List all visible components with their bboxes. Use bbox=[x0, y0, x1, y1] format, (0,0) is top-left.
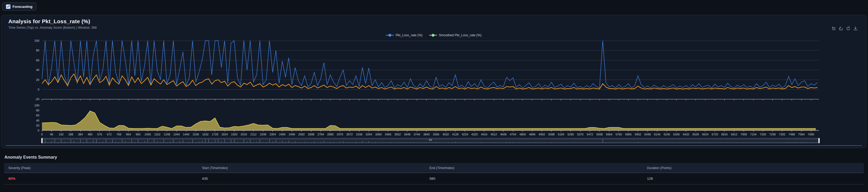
svg-text:6432: 6432 bbox=[683, 133, 689, 136]
svg-text:5856: 5856 bbox=[625, 133, 631, 136]
svg-text:0: 0 bbox=[38, 129, 39, 132]
svg-text:1440: 1440 bbox=[183, 133, 189, 136]
svg-text:3456: 3456 bbox=[385, 133, 391, 136]
svg-text:1632: 1632 bbox=[202, 133, 209, 136]
forecasting-button[interactable]: Forecasting bbox=[2, 2, 36, 11]
analysis-panel: Analysis for Pkt_Loss_rate (%) Time Seri… bbox=[1, 15, 866, 148]
svg-text:1728: 1728 bbox=[212, 133, 218, 136]
svg-text:2880: 2880 bbox=[327, 133, 333, 136]
svg-text:4416: 4416 bbox=[481, 133, 487, 136]
svg-text:6144: 6144 bbox=[654, 133, 660, 136]
svg-text:2688: 2688 bbox=[308, 133, 314, 136]
svg-text:3264: 3264 bbox=[366, 133, 372, 136]
svg-text:384: 384 bbox=[78, 133, 83, 136]
svg-text:3744: 3744 bbox=[413, 133, 420, 136]
anomaly-events-table: Severity (Peak) Start (Time/Index) End (… bbox=[4, 163, 864, 185]
svg-text:7680: 7680 bbox=[808, 133, 814, 136]
svg-text:3072: 3072 bbox=[346, 133, 352, 136]
svg-text:4320: 4320 bbox=[471, 133, 478, 136]
svg-text:1056: 1056 bbox=[145, 133, 151, 136]
severity-value: 80% bbox=[4, 176, 198, 181]
end-value: 560 bbox=[425, 176, 643, 181]
svg-text:4992: 4992 bbox=[538, 133, 545, 136]
svg-text:7200: 7200 bbox=[760, 133, 766, 136]
col-header-start: Start (Time/Index) bbox=[198, 166, 425, 170]
svg-text:4512: 4512 bbox=[491, 133, 497, 136]
svg-text:288: 288 bbox=[68, 133, 73, 136]
svg-text:2784: 2784 bbox=[318, 133, 324, 136]
svg-text:20: 20 bbox=[36, 124, 39, 127]
svg-text:3648: 3648 bbox=[404, 133, 410, 136]
bottom-x-axis: 0961922883844805766727688649601056115212… bbox=[41, 131, 819, 136]
col-header-end: End (Time/Index) bbox=[425, 166, 643, 170]
forecasting-button-label: Forecasting bbox=[12, 5, 33, 9]
svg-text:960: 960 bbox=[136, 133, 141, 136]
svg-text:4896: 4896 bbox=[529, 133, 535, 136]
datazoom-slider[interactable] bbox=[41, 138, 820, 143]
svg-text:7008: 7008 bbox=[741, 133, 747, 136]
svg-text:4608: 4608 bbox=[500, 133, 506, 136]
svg-text:7296: 7296 bbox=[769, 133, 775, 136]
svg-text:60: 60 bbox=[36, 59, 39, 62]
svg-text:5184: 5184 bbox=[558, 133, 564, 136]
svg-text:7488: 7488 bbox=[788, 133, 795, 136]
slider-right-handle[interactable] bbox=[818, 138, 820, 143]
svg-text:1248: 1248 bbox=[164, 133, 170, 136]
svg-text:6720: 6720 bbox=[712, 133, 718, 136]
svg-text:2112: 2112 bbox=[250, 133, 257, 136]
svg-text:6816: 6816 bbox=[721, 133, 727, 136]
svg-text:100: 100 bbox=[34, 104, 39, 107]
svg-text:5568: 5568 bbox=[596, 133, 602, 136]
svg-text:1152: 1152 bbox=[154, 133, 160, 136]
svg-text:2592: 2592 bbox=[298, 133, 305, 136]
svg-text:6336: 6336 bbox=[673, 133, 680, 136]
table-header-row: Severity (Peak) Start (Time/Index) End (… bbox=[4, 163, 864, 173]
svg-text:3840: 3840 bbox=[423, 133, 429, 136]
table-row[interactable]: 80% 435 560 126 bbox=[4, 173, 864, 185]
pkt-loss-series bbox=[42, 41, 817, 88]
svg-text:80: 80 bbox=[36, 109, 39, 112]
svg-text:192: 192 bbox=[59, 133, 64, 136]
start-value: 435 bbox=[198, 176, 425, 181]
svg-text:80: 80 bbox=[36, 49, 39, 52]
svg-text:40: 40 bbox=[36, 68, 39, 72]
svg-text:20: 20 bbox=[36, 78, 39, 81]
svg-text:4128: 4128 bbox=[452, 133, 458, 136]
analysis-chart[interactable]: -200204060801000204060801000961922883844… bbox=[1, 15, 867, 148]
svg-text:2304: 2304 bbox=[270, 133, 276, 136]
slider-left-handle[interactable] bbox=[41, 138, 43, 143]
svg-text:100: 100 bbox=[34, 39, 39, 42]
top-chart: -20020406080100 bbox=[34, 39, 819, 101]
svg-text:6528: 6528 bbox=[692, 133, 699, 136]
svg-text:-20: -20 bbox=[35, 98, 39, 101]
svg-text:7392: 7392 bbox=[779, 133, 785, 136]
svg-text:4032: 4032 bbox=[442, 133, 449, 136]
svg-text:5952: 5952 bbox=[635, 133, 641, 136]
svg-text:1536: 1536 bbox=[192, 133, 199, 136]
svg-text:0: 0 bbox=[38, 88, 39, 91]
svg-text:2016: 2016 bbox=[241, 133, 247, 136]
svg-text:1920: 1920 bbox=[231, 133, 238, 136]
top-x-axis bbox=[42, 99, 819, 101]
col-header-duration: Duration (Points) bbox=[643, 166, 864, 170]
svg-text:6048: 6048 bbox=[644, 133, 651, 136]
duration-value: 126 bbox=[643, 176, 864, 181]
svg-text:2400: 2400 bbox=[279, 133, 285, 136]
svg-text:5760: 5760 bbox=[616, 133, 622, 136]
svg-text:7104: 7104 bbox=[750, 133, 756, 136]
summary-heading: Anomaly Events Summary bbox=[4, 155, 57, 160]
svg-text:7584: 7584 bbox=[798, 133, 804, 136]
svg-text:60: 60 bbox=[36, 114, 39, 117]
svg-text:5280: 5280 bbox=[567, 133, 574, 136]
col-header-severity: Severity (Peak) bbox=[4, 166, 198, 170]
svg-text:2496: 2496 bbox=[289, 133, 295, 136]
svg-text:3936: 3936 bbox=[433, 133, 439, 136]
svg-text:5664: 5664 bbox=[606, 133, 612, 136]
svg-text:480: 480 bbox=[88, 133, 92, 136]
svg-text:768: 768 bbox=[117, 133, 121, 136]
svg-text:5088: 5088 bbox=[548, 133, 555, 136]
svg-text:4800: 4800 bbox=[519, 133, 526, 136]
svg-text:864: 864 bbox=[126, 133, 131, 136]
svg-text:5376: 5376 bbox=[577, 133, 584, 136]
svg-text:2976: 2976 bbox=[337, 133, 343, 136]
